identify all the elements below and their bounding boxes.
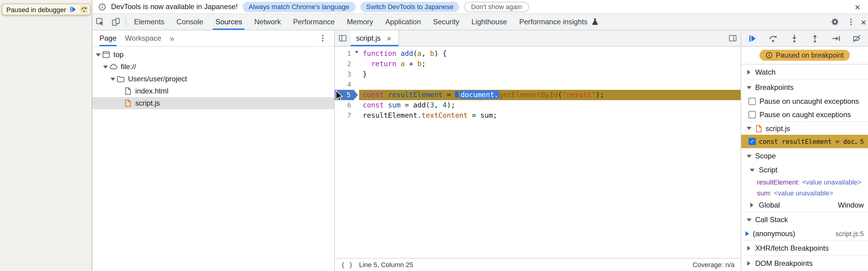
scope-global-row[interactable]: GlobalWindow [741,199,868,212]
scope-label: Scope [755,152,776,160]
tab-application[interactable]: Application [379,14,427,30]
code-line-content[interactable]: resultElement.textContent = sum; [359,111,741,121]
tab-elements[interactable]: Elements [128,14,170,30]
step-over-icon[interactable] [769,34,778,43]
tab-console[interactable]: Console [170,14,209,30]
cloud-icon [109,62,118,71]
editor-panel: script.js × 1function add(a, b) {2 retur… [335,30,741,271]
code-line: 5const resultElement = document.getEleme… [335,90,741,100]
code-line-content[interactable] [359,80,741,90]
tree-item-file[interactable]: file:// [92,61,334,73]
more-options-icon[interactable] [843,14,859,30]
frame-location: script.js:5 [836,230,864,237]
breakpoint-file-label: script.js [766,124,790,132]
device-toolbar-icon[interactable] [108,14,124,30]
settings-gear-icon[interactable] [827,14,843,30]
checkbox[interactable] [748,111,756,118]
tab-network[interactable]: Network [248,14,287,30]
navigator-tabs: PageWorkspace [99,30,161,46]
tree-item-index-html[interactable]: index.html [92,85,334,97]
step-icon[interactable] [831,34,840,43]
tree-item-label: script.js [135,99,160,108]
dom-breakpoints-label: DOM Breakpoints [755,259,812,268]
resume-icon[interactable] [748,34,757,43]
navigator-tab-page[interactable]: Page [99,30,117,46]
code-line-content[interactable]: function add(a, b) { [359,49,741,59]
infobar-close-icon[interactable]: × [853,2,862,11]
step-out-icon[interactable] [810,34,819,43]
navigator-overflow-chevrons[interactable]: » [170,34,174,43]
gutter-line-number[interactable]: 3 [335,69,359,80]
navigator-tab-workspace[interactable]: Workspace [125,30,161,46]
tab-security[interactable]: Security [427,14,466,30]
scope-section-label: Global [759,201,780,209]
code-editor[interactable]: 1function add(a, b) {2 return a + b;3}45… [335,47,741,258]
gutter-line-number[interactable]: 4 [335,80,359,90]
scope-section-header[interactable]: Scope [741,149,868,163]
navigator-more-icon[interactable] [315,30,331,46]
tree-item-users-user-project[interactable]: Users/user/project [92,73,334,85]
scope-section-label: Script [759,166,777,174]
pretty-print-icon[interactable]: { } [341,261,353,269]
call-stack-section-header[interactable]: Call Stack [741,212,868,227]
code-token: b [430,49,434,58]
gutter-line-number[interactable]: 1 [335,49,359,59]
chevron-right-icon [745,246,752,251]
watch-section-header[interactable]: Watch [741,65,868,80]
tree-item-script-js[interactable]: script.js [92,97,334,109]
breakpoint-line-number[interactable]: 5 [335,90,359,100]
checkbox-label: Pause on uncaught exceptions [760,97,859,106]
tree-item-label: Users/user/project [128,74,187,83]
code-token: = [468,111,480,120]
code-token: ; [493,111,497,120]
stack-frame[interactable]: (anonymous)script.js:5 [741,227,868,240]
tab-memory[interactable]: Memory [341,14,379,30]
debugger-pane-toggle-icon[interactable] [725,30,741,46]
navigator-toggle-icon[interactable] [335,30,350,46]
breakpoint-entry[interactable]: ✓const resultElement = doc…5 [741,135,868,148]
scope-script-row[interactable]: Script [741,163,868,177]
more-vert-icon [318,34,327,42]
tab-sources[interactable]: Sources [209,14,248,30]
tab-label: Security [433,18,460,26]
gutter-line-number[interactable]: 7 [335,111,359,121]
devtools-close-icon[interactable]: × [859,17,868,26]
dom-breakpoints-header[interactable]: DOM Breakpoints [741,256,868,271]
tab-close-icon[interactable]: × [385,34,393,42]
gutter-line-number[interactable]: 2 [335,59,359,69]
tab-performance[interactable]: Performance [287,14,341,30]
match-language-button[interactable]: Always match Chrome's language [243,2,355,12]
switch-japanese-button[interactable]: Switch DevTools to Japanese [360,2,460,12]
tab-lighthouse[interactable]: Lighthouse [465,14,513,30]
step-into-icon[interactable] [790,34,799,43]
inspect-icon[interactable] [92,14,108,30]
code-line-content[interactable]: const resultElement = document.getElemen… [359,90,741,100]
code-line-content[interactable]: return a + b; [359,59,741,69]
exception-checkbox-row[interactable]: Pause on uncaught exceptions [741,95,868,108]
variable-separator: : [770,189,772,197]
breakpoints-section-header[interactable]: Breakpoints [741,80,868,95]
resume-icon[interactable] [69,5,77,13]
file-tab-script-js[interactable]: script.js × [350,30,399,46]
exception-checkbox-row[interactable]: Pause on caught exceptions [741,108,868,121]
scope-variable-row: sum:<value unavailable> [741,187,868,199]
toolbar-divider [126,17,126,26]
dont-show-again-button[interactable]: Don't show again [464,2,529,12]
step-over-icon[interactable] [80,5,88,13]
xhr-breakpoints-header[interactable]: XHR/fetch Breakpoints [741,241,868,255]
toolbar-right-icons: × [827,14,868,30]
code-line-content[interactable]: } [359,69,741,80]
call-stack-label: Call Stack [755,215,788,224]
code-token: ( [426,101,430,109]
breakpoint-file-group[interactable]: script.js [741,121,868,135]
checkbox[interactable] [748,98,756,105]
evaluated-token: document. [460,90,499,99]
code-line-content[interactable]: const sum = add(3, 4); [359,100,741,111]
checkbox[interactable]: ✓ [748,138,756,145]
code-token: add [413,101,426,109]
deactivate-breakpoints-icon[interactable] [852,34,861,43]
tab-performance-insights[interactable]: Performance insights [513,14,605,30]
code-token: const [363,101,384,109]
tree-item-top[interactable]: top [92,49,334,61]
gutter-line-number[interactable]: 6 [335,100,359,111]
